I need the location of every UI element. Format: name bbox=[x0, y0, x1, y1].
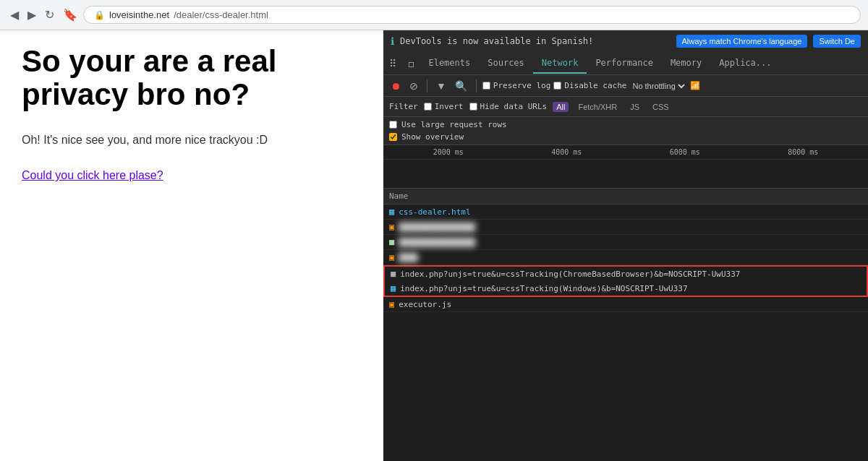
notification-text: DevTools is now available in Spanish! bbox=[400, 36, 671, 46]
table-row-executor[interactable]: ▣ executor.js bbox=[383, 297, 868, 312]
network-table[interactable]: Name ▦ css-dealer.html ▣ ███████████████… bbox=[383, 189, 868, 461]
js-icon: ▦ bbox=[391, 283, 396, 293]
table-row[interactable]: ▦ css-dealer.html bbox=[383, 204, 868, 220]
filter-button[interactable]: ▼ bbox=[433, 79, 449, 93]
main-area: So your are a real privacy bro no? Oh! I… bbox=[0, 30, 868, 461]
back-button[interactable]: ◀ bbox=[7, 5, 22, 25]
filter-type-js[interactable]: JS bbox=[626, 102, 643, 112]
timeline-marker-4: 8000 ms bbox=[788, 148, 818, 156]
name-column-header: Name bbox=[389, 191, 862, 201]
address-bar[interactable]: 🔒 loveisinthe.net/dealer/css-dealer.html bbox=[83, 6, 861, 24]
timeline-marker-3: 6000 ms bbox=[670, 148, 700, 156]
table-row-highlighted-1[interactable]: ■ index.php?unjs=true&u=cssTracking(Chro… bbox=[385, 267, 867, 281]
match-language-button[interactable]: Always match Chrome's language bbox=[676, 35, 808, 48]
devtools-icon-1[interactable]: ⠿ bbox=[383, 58, 402, 69]
page-link[interactable]: Could you click here plase? bbox=[22, 169, 163, 181]
lock-icon: 🔒 bbox=[94, 10, 105, 20]
timeline-marker-2: 4000 ms bbox=[551, 148, 582, 156]
table-row[interactable]: ■ ████████████████ bbox=[383, 235, 868, 250]
throttle-select[interactable]: No throttling Slow 3G Fast 3G bbox=[629, 81, 687, 91]
invert-checkbox[interactable]: Invert bbox=[424, 102, 464, 111]
tab-application[interactable]: Applica... bbox=[710, 53, 780, 74]
switch-button[interactable]: Switch De bbox=[813, 35, 861, 48]
img-icon-2: ▣ bbox=[389, 252, 394, 262]
filter-label: Filter bbox=[389, 102, 418, 111]
blurred-file-name: ████ bbox=[399, 253, 418, 262]
devtools-timeline: 2000 ms 4000 ms 6000 ms 8000 ms bbox=[383, 145, 868, 189]
page-heading: So your are a real privacy bro no? bbox=[22, 45, 362, 111]
file-name-highlighted-1: index.php?unjs=true&u=cssTracking(Chrome… bbox=[400, 270, 740, 279]
disable-cache-checkbox[interactable]: Disable cache bbox=[553, 81, 626, 90]
filter-type-fetch[interactable]: Fetch/XHR bbox=[574, 102, 621, 112]
address-path: /dealer/css-dealer.html bbox=[174, 9, 268, 20]
forward-button[interactable]: ▶ bbox=[25, 5, 39, 25]
large-rows-option[interactable]: Use large request rows bbox=[389, 120, 862, 129]
html-icon: ▦ bbox=[389, 207, 394, 217]
timeline-marker-1: 2000 ms bbox=[433, 148, 464, 156]
tab-elements[interactable]: Elements bbox=[420, 53, 479, 74]
bookmark-button[interactable]: 🔖 bbox=[63, 8, 77, 22]
devtools-tabs: ⠿ ◻ Elements Sources Network Performance… bbox=[383, 52, 868, 75]
clear-button[interactable]: ⊘ bbox=[407, 79, 421, 93]
toolbar-separator-1 bbox=[427, 79, 427, 92]
table-row[interactable]: ▣ ████ bbox=[383, 250, 868, 265]
tab-performance[interactable]: Performance bbox=[587, 53, 661, 74]
blurred-file-name: ████████████████ bbox=[399, 238, 475, 247]
css-icon: ■ bbox=[389, 237, 394, 247]
info-icon: ℹ bbox=[391, 35, 394, 47]
executor-icon: ▣ bbox=[389, 299, 394, 309]
record-button[interactable]: ⏺ bbox=[388, 79, 404, 93]
file-name-highlighted-2: index.php?unjs=true&u=cssTracking(Window… bbox=[400, 284, 687, 293]
devtools-panel: ℹ DevTools is now available in Spanish! … bbox=[383, 30, 868, 461]
reload-button[interactable]: ↻ bbox=[42, 5, 57, 25]
php-icon: ■ bbox=[391, 269, 396, 279]
hide-data-urls-checkbox[interactable]: Hide data URLs bbox=[469, 102, 548, 111]
highlighted-rows-group: ■ index.php?unjs=true&u=cssTracking(Chro… bbox=[383, 265, 868, 297]
table-header: Name bbox=[383, 189, 868, 204]
blurred-file-name: ████████████████ bbox=[399, 223, 475, 232]
page-content: So your are a real privacy bro no? Oh! I… bbox=[0, 30, 383, 461]
executor-file-name: executor.js bbox=[399, 300, 451, 309]
wifi-icon: 📶 bbox=[690, 81, 700, 90]
toolbar-separator-2 bbox=[476, 79, 477, 92]
tab-memory[interactable]: Memory bbox=[662, 53, 710, 74]
devtools-options: Use large request rows Show overview bbox=[383, 117, 868, 145]
timeline-ruler: 2000 ms 4000 ms 6000 ms 8000 ms bbox=[383, 145, 868, 160]
nav-buttons: ◀ ▶ ↻ bbox=[7, 5, 57, 25]
preserve-log-checkbox[interactable]: Preserve log bbox=[482, 81, 550, 90]
devtools-filter: Filter Invert Hide data URLs All Fetch/X… bbox=[383, 97, 868, 117]
tab-sources[interactable]: Sources bbox=[479, 53, 533, 74]
devtools-icon-2[interactable]: ◻ bbox=[402, 58, 420, 69]
devtools-toolbar: ⏺ ⊘ ▼ 🔍 Preserve log Disable cache No th… bbox=[383, 75, 868, 97]
tab-network[interactable]: Network bbox=[533, 53, 587, 74]
table-row-highlighted-2[interactable]: ▦ index.php?unjs=true&u=cssTracking(Wind… bbox=[385, 281, 867, 296]
filter-type-all[interactable]: All bbox=[553, 102, 569, 112]
address-domain: loveisinthe.net bbox=[109, 9, 169, 20]
browser-chrome: ◀ ▶ ↻ 🔖 🔒 loveisinthe.net/dealer/css-dea… bbox=[0, 0, 868, 30]
img-icon: ▣ bbox=[389, 222, 394, 232]
filter-type-css[interactable]: CSS bbox=[649, 102, 673, 112]
timeline-graph bbox=[383, 160, 868, 188]
show-overview-option[interactable]: Show overview bbox=[389, 132, 862, 142]
table-row[interactable]: ▣ ████████████████ bbox=[383, 220, 868, 235]
devtools-notification: ℹ DevTools is now available in Spanish! … bbox=[383, 30, 868, 52]
page-subtext: Oh! It's nice see you, and more nice tra… bbox=[22, 132, 362, 149]
file-name: css-dealer.html bbox=[399, 207, 470, 217]
search-button[interactable]: 🔍 bbox=[452, 79, 470, 93]
